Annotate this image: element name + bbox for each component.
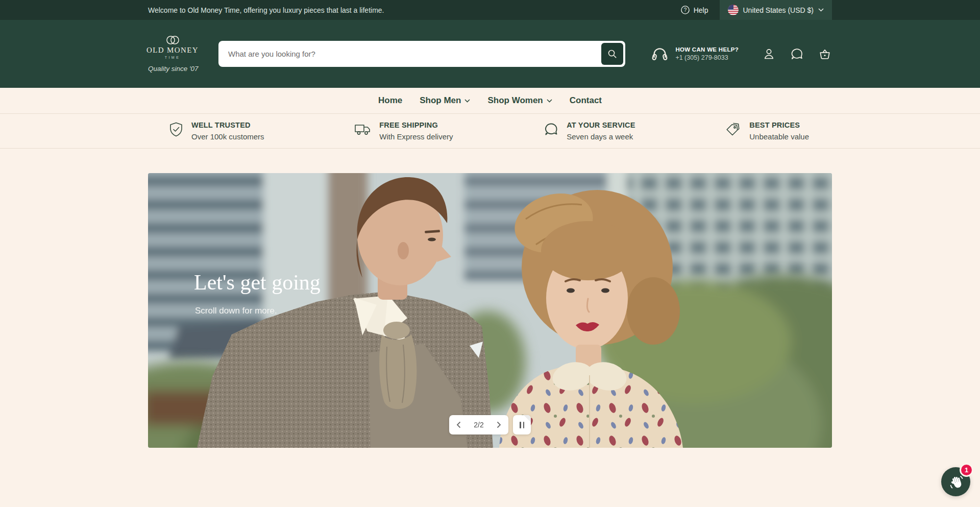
account-button[interactable] — [762, 47, 776, 61]
nav-label: Home — [378, 95, 402, 106]
header-actions — [762, 47, 832, 61]
feature-well-trusted: WELL TRUSTED Over 100k customers — [168, 121, 264, 141]
help-label: Help — [694, 6, 708, 14]
chevron-left-icon — [456, 421, 461, 428]
search-button[interactable] — [601, 43, 623, 65]
help-link[interactable]: ? Help — [681, 6, 708, 14]
carousel-controls: 2/2 — [449, 415, 531, 434]
hero-title: Let's get going — [194, 270, 321, 295]
chevron-down-icon — [818, 8, 824, 12]
waving-hand-icon — [947, 473, 965, 491]
pause-icon — [520, 422, 521, 428]
carousel-pager: 2/2 — [449, 415, 508, 434]
announcement-actions: ? Help United States (USD $) — [681, 0, 832, 20]
support-title: HOW CAN WE HELP? — [675, 46, 739, 53]
nav-item-shop-women[interactable]: Shop Women — [487, 95, 552, 106]
chat-notification-badge: 1 — [960, 463, 973, 477]
chevron-right-icon — [497, 421, 501, 428]
feature-title: AT YOUR SERVICE — [567, 121, 635, 129]
chat-button[interactable] — [790, 47, 804, 61]
announcement-bar: Welcome to Old Money Time, offering you … — [0, 0, 980, 20]
feature-subtitle: Unbeatable value — [749, 132, 809, 141]
carousel-position: 2/2 — [468, 421, 489, 429]
feature-title: BEST PRICES — [749, 121, 809, 129]
feature-at-your-service: AT YOUR SERVICE Seven days a week — [543, 121, 635, 141]
logo-tagline: Quality since '07 — [148, 65, 199, 73]
country-selector[interactable]: United States (USD $) — [720, 0, 832, 20]
nav-item-contact[interactable]: Contact — [570, 95, 602, 106]
carousel-prev-button[interactable] — [449, 415, 468, 434]
nav-item-shop-men[interactable]: Shop Men — [420, 95, 470, 106]
headset-icon — [651, 45, 669, 63]
feature-title: WELL TRUSTED — [191, 121, 264, 129]
carousel-next-button[interactable] — [489, 415, 508, 434]
price-tag-icon — [725, 122, 742, 137]
carousel-pause-button[interactable] — [513, 415, 531, 434]
nav-label: Contact — [570, 95, 602, 106]
feature-best-prices: BEST PRICES Unbeatable value — [725, 121, 809, 141]
feature-subtitle: Seven days a week — [567, 132, 635, 141]
country-label: United States (USD $) — [743, 6, 814, 14]
question-circle-icon: ? — [681, 6, 690, 14]
page: { "announcement": { "welcome": "Welcome … — [0, 0, 980, 507]
feature-subtitle: Over 100k customers — [191, 132, 264, 141]
chat-widget: 1 — [941, 467, 970, 496]
features-bar: WELL TRUSTED Over 100k customers FREE SH… — [0, 113, 980, 149]
basket-icon — [818, 47, 832, 61]
announcement-text: Welcome to Old Money Time, offering you … — [148, 6, 384, 14]
support-block: HOW CAN WE HELP? +1 (305) 279-8033 — [651, 45, 739, 63]
svg-text:?: ? — [683, 7, 687, 13]
support-phone: +1 (305) 279-8033 — [675, 54, 739, 61]
nav-label: Shop Men — [420, 95, 461, 106]
header: OLD MONEY TIME Quality since '07 HOW CAN… — [0, 20, 980, 88]
logo-monogram-icon — [166, 35, 180, 45]
us-flag-icon — [728, 5, 739, 15]
person-icon — [762, 47, 776, 61]
magnifier-icon — [607, 49, 618, 59]
chevron-down-icon — [547, 99, 552, 103]
shield-check-icon — [168, 122, 184, 137]
hero-carousel-slide: Let's get going Scroll down for more. 2/… — [148, 173, 832, 448]
main-nav: Home Shop Men Shop Women Contact — [0, 88, 980, 113]
logo-name: OLD MONEY — [146, 46, 199, 55]
delivery-truck-icon — [354, 122, 372, 137]
logo-subtitle: TIME — [165, 56, 181, 59]
cart-button[interactable] — [818, 47, 832, 61]
search-bar — [218, 41, 625, 67]
hero-subtitle: Scroll down for more. — [195, 306, 277, 316]
chat-bubble-icon — [790, 47, 804, 61]
search-input[interactable] — [218, 41, 625, 67]
chat-bubble-icon — [543, 122, 559, 137]
feature-free-shipping: FREE SHIPPING With Express delivery — [354, 121, 453, 141]
nav-label: Shop Women — [487, 95, 543, 106]
feature-subtitle: With Express delivery — [379, 132, 453, 141]
store-logo[interactable]: OLD MONEY TIME Quality since '07 — [148, 35, 218, 73]
nav-item-home[interactable]: Home — [378, 95, 402, 106]
chevron-down-icon — [464, 99, 470, 103]
feature-title: FREE SHIPPING — [379, 121, 453, 129]
